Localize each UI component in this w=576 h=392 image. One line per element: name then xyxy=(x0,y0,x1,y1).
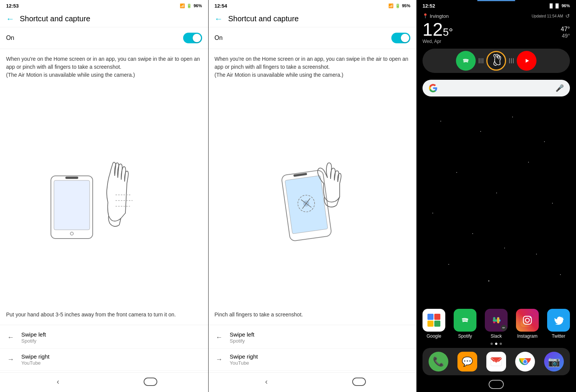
instagram-icon xyxy=(516,309,539,332)
toggle-label-1: On xyxy=(6,35,14,41)
svg-rect-24 xyxy=(497,318,499,322)
google-g-logo xyxy=(429,84,438,93)
status-icons-1: 📶 🔋 96% xyxy=(180,3,202,8)
shortcut-swipe-left-2[interactable]: ← Swipe left Spotify xyxy=(209,327,417,349)
pill-divider-2 xyxy=(509,58,514,63)
dock-chrome[interactable] xyxy=(515,352,535,371)
shortcut-text-right-1: Swipe right YouTube xyxy=(21,353,49,366)
home-nav-btn[interactable] xyxy=(489,380,504,389)
page-dot-1 xyxy=(491,343,493,345)
slack-label: Slack xyxy=(491,334,502,339)
dock-phone[interactable]: 📞 xyxy=(429,352,448,371)
dock-gmail[interactable] xyxy=(486,352,506,371)
spotify-pill-icon[interactable] xyxy=(456,51,476,71)
svg-point-34 xyxy=(524,360,527,364)
slack-icon: ✏ xyxy=(485,309,508,332)
toggle-switch-1[interactable] xyxy=(183,33,202,43)
home-signal-icon: ▐▌▐▌ xyxy=(548,3,560,8)
shortcut-swipe-right-1[interactable]: → Swipe right YouTube xyxy=(0,349,208,371)
left-arrow-icon-1: ← xyxy=(6,334,15,341)
home-status-icons: ▐▌▐▌ 96% xyxy=(548,3,570,8)
bottom-nav-1: ‹ xyxy=(0,372,208,392)
illustration-swipe xyxy=(0,82,208,308)
back-button-1[interactable]: ← xyxy=(6,15,14,23)
location-pin-icon: 📍 xyxy=(423,13,428,19)
illustration-pinch xyxy=(209,82,417,308)
svg-point-28 xyxy=(530,317,531,318)
dock-camera[interactable]: 📷 xyxy=(544,352,564,371)
svg-rect-2 xyxy=(65,177,78,179)
status-bar-home: 12:52 ▐▌▐▌ 96% xyxy=(416,0,576,11)
gmail-app-icon xyxy=(486,352,506,371)
twitter-label: Twitter xyxy=(552,334,565,339)
refresh-icon[interactable]: ↺ xyxy=(565,13,570,19)
svg-point-21 xyxy=(493,317,495,319)
nav-back-btn-2[interactable]: ‹ xyxy=(259,376,274,387)
status-bar-2: 12:54 📶 🔋 95% xyxy=(209,0,417,11)
svg-rect-22 xyxy=(493,319,498,322)
right-arrow-icon-2: → xyxy=(215,356,224,364)
shortcut-name-left-2: Swipe left xyxy=(230,331,255,338)
left-arrow-icon-2: ← xyxy=(215,334,224,341)
space-background xyxy=(416,100,576,305)
description-2: When you're on the Home screen or in an … xyxy=(209,49,417,82)
shortcut-name-right-2: Swipe right xyxy=(230,353,258,360)
phone-app-icon: 📞 xyxy=(429,352,448,371)
shortcuts-2: ← Swipe left Spotify → Swipe right YouTu… xyxy=(209,325,417,372)
time-2: 12:54 xyxy=(215,3,227,9)
pinch-illustration xyxy=(248,145,377,244)
toggle-switch-2[interactable] xyxy=(391,33,410,43)
description-1: When you're on the Home screen or in an … xyxy=(0,49,208,82)
svg-point-3 xyxy=(70,232,73,235)
shortcut-name-right-1: Swipe right xyxy=(21,353,49,360)
page-title-2: Shortcut and capture xyxy=(228,14,299,23)
back-button-2[interactable]: ← xyxy=(215,15,223,23)
camera-app-icon: 📷 xyxy=(544,352,564,371)
toggle-row-2: On xyxy=(209,27,417,49)
panel-pinch-gesture: 12:54 📶 🔋 95% ← Shortcut and capture On … xyxy=(209,0,417,392)
home-time: 12:52 xyxy=(423,3,435,9)
svg-rect-25 xyxy=(521,313,534,327)
app-item-spotify[interactable]: Spotify xyxy=(454,309,476,339)
weather-updated: Updated 11:54 AM xyxy=(532,14,563,18)
page-dots xyxy=(416,343,576,345)
toggle-row-1: On xyxy=(0,27,208,49)
shortcut-app-right-1: YouTube xyxy=(21,360,49,366)
signal-icon-1: 📶 xyxy=(180,3,185,8)
wifi-icon-2: 🔋 xyxy=(395,3,400,8)
panel-swipe-gesture: 12:53 📶 🔋 96% ← Shortcut and capture On … xyxy=(0,0,209,392)
google-search-bar[interactable]: 🎤 xyxy=(423,80,570,96)
nav-home-btn-1[interactable] xyxy=(144,378,157,386)
slack-pencil-badge: ✏ xyxy=(501,325,507,331)
spotify-label: Spotify xyxy=(458,334,472,339)
shortcut-name-left-1: Swipe left xyxy=(21,331,46,338)
weather-widget: 📍 Irvington Updated 11:54 AM ↺ 125° Wed,… xyxy=(416,11,576,46)
instagram-label: Instagram xyxy=(517,334,537,339)
shortcut-swipe-left-1[interactable]: ← Swipe left Spotify xyxy=(0,327,208,349)
battery-label-2: 95% xyxy=(402,3,410,8)
top-bar-1: ← Shortcut and capture xyxy=(0,11,208,27)
dock-messages[interactable]: 💬 xyxy=(457,352,477,371)
app-item-slack[interactable]: ✏ Slack xyxy=(485,309,508,339)
bottom-nav-2: ‹ xyxy=(209,372,417,392)
page-dot-3 xyxy=(500,343,502,345)
signal-icon-2: 📶 xyxy=(388,3,394,8)
shortcut-app-right-2: YouTube xyxy=(230,360,258,366)
app-item-twitter[interactable]: Twitter xyxy=(547,309,570,339)
top-bar-2: ← Shortcut and capture xyxy=(209,11,417,27)
shortcut-app-left-1: Spotify xyxy=(21,338,46,344)
shortcut-app-left-2: Spotify xyxy=(230,338,255,344)
nav-home-btn-2[interactable] xyxy=(352,378,366,386)
home-battery-label: 96% xyxy=(562,3,570,8)
nav-back-btn-1[interactable]: ‹ xyxy=(51,376,65,387)
page-title-1: Shortcut and capture xyxy=(20,14,90,23)
toggle-label-2: On xyxy=(215,35,223,41)
app-item-instagram[interactable]: Instagram xyxy=(516,309,539,339)
app-item-google[interactable]: Google xyxy=(423,309,445,339)
time-1: 12:53 xyxy=(6,3,19,9)
google-mic-icon[interactable]: 🎤 xyxy=(555,84,564,92)
shortcut-swipe-right-2[interactable]: → Swipe right YouTube xyxy=(209,349,417,371)
gesture-pill-icon[interactable] xyxy=(486,51,506,71)
youtube-pill-icon[interactable] xyxy=(517,51,536,71)
google-grid-logo xyxy=(427,314,440,327)
